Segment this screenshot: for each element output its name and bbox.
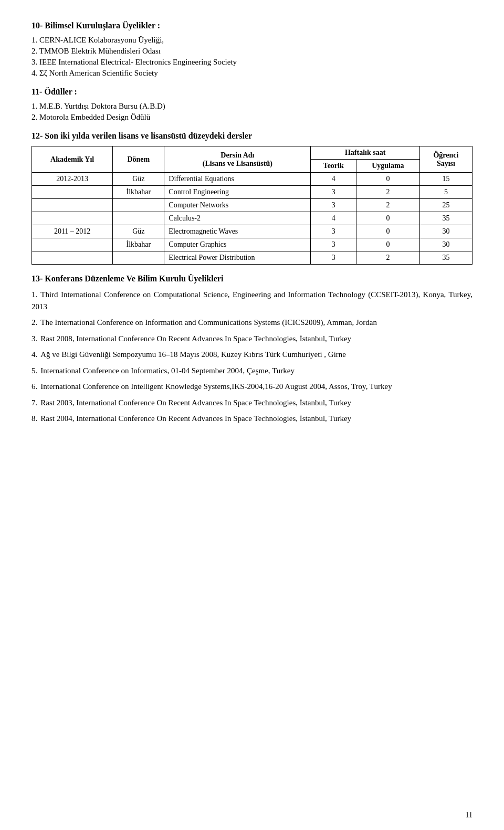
cell-year	[32, 238, 113, 251]
cell-uygulama: 0	[356, 173, 419, 186]
cell-teorik: 3	[311, 238, 356, 251]
conf-num: 5.	[32, 366, 37, 375]
list-item: 5.International Conference on Informatic…	[32, 365, 472, 377]
list-item: 4.Ağ ve Bilgi Güvenliği Sempozyumu 16–18…	[32, 349, 472, 361]
cell-donem: Güz	[113, 225, 164, 238]
page-number: 11	[466, 811, 472, 820]
cell-uygulama: 2	[356, 186, 419, 199]
cell-year: 2012-2013	[32, 173, 113, 186]
col-header-teorik: Teorik	[311, 160, 356, 173]
cell-donem	[113, 251, 164, 265]
conf-num: 1.	[32, 290, 37, 299]
cell-ders: Computer Graphics	[164, 238, 311, 251]
conf-num: 2.	[32, 318, 37, 327]
section-12: 12- Son iki yılda verilen lisans ve lisa…	[32, 131, 472, 265]
col-header-uygulama: Uygulama	[356, 160, 419, 173]
list-item: 7.Rast 2003, International Conference On…	[32, 397, 472, 409]
cell-donem: İlkbahar	[113, 238, 164, 251]
table-row: Calculus-24035	[32, 212, 472, 225]
cell-ogrenci: 30	[419, 238, 472, 251]
conf-num: 8.	[32, 414, 37, 423]
cell-year	[32, 186, 113, 199]
list-item: 2. TMMOB Elektrik Mühendisleri Odası	[32, 47, 472, 56]
cell-ogrenci: 15	[419, 173, 472, 186]
table-row: Computer Networks3225	[32, 199, 472, 212]
cell-donem: Güz	[113, 173, 164, 186]
col-header-ogrenci: ÖğrenciSayısı	[419, 146, 472, 173]
cell-ders: Control Engineering	[164, 186, 311, 199]
conf-text: Ağ ve Bilgi Güvenliği Sempozyumu 16–18 M…	[40, 350, 346, 359]
conf-text: Rast 2003, International Conference On R…	[40, 398, 351, 407]
list-item: 2. Motorola Embedded Design Ödülü	[32, 113, 472, 122]
conf-num: 4.	[32, 350, 37, 359]
cell-uygulama: 2	[356, 199, 419, 212]
cell-donem: İlkbahar	[113, 186, 164, 199]
cell-ders: Calculus-2	[164, 212, 311, 225]
cell-uygulama: 0	[356, 225, 419, 238]
table-row: 2011 – 2012GüzElectromagnetic Waves3030	[32, 225, 472, 238]
cell-ogrenci: 35	[419, 212, 472, 225]
cell-ogrenci: 35	[419, 251, 472, 265]
cell-teorik: 3	[311, 251, 356, 265]
section-11-list: 1. M.E.B. Yurtdışı Doktora Bursu (A.B.D)…	[32, 102, 472, 122]
cell-ders: Electrical Power Distribution	[164, 251, 311, 265]
section-13-title: 13- Konferans Düzenleme Ve Bilim Kurulu …	[32, 274, 472, 283]
cell-year	[32, 212, 113, 225]
cell-teorik: 3	[311, 225, 356, 238]
cell-donem	[113, 212, 164, 225]
col-header-donem: Dönem	[113, 146, 164, 173]
section-10: 10- Bilimsel Kuruluşlara Üyelikler : 1. …	[32, 21, 472, 78]
conf-num: 7.	[32, 398, 37, 407]
cell-teorik: 3	[311, 199, 356, 212]
conf-num: 3.	[32, 334, 37, 343]
cell-uygulama: 0	[356, 238, 419, 251]
section-13: 13- Konferans Düzenleme Ve Bilim Kurulu …	[32, 274, 472, 425]
cell-ogrenci: 5	[419, 186, 472, 199]
list-item: 1. M.E.B. Yurtdışı Doktora Bursu (A.B.D)	[32, 102, 472, 111]
cell-year	[32, 251, 113, 265]
list-item: 2.The International Conference on Inform…	[32, 317, 472, 329]
section-11: 11- Ödüller : 1. M.E.B. Yurtdışı Doktora…	[32, 87, 472, 122]
cell-teorik: 4	[311, 212, 356, 225]
section-10-title: 10- Bilimsel Kuruluşlara Üyelikler :	[32, 21, 472, 30]
list-item: 1. CERN-ALICE Kolaborasyonu Üyeliği,	[32, 36, 472, 45]
cell-ders: Differential Equations	[164, 173, 311, 186]
cell-teorik: 3	[311, 186, 356, 199]
cell-teorik: 4	[311, 173, 356, 186]
section-12-title: 12- Son iki yılda verilen lisans ve lisa…	[32, 131, 472, 141]
list-item: 1.Third International Conference on Comp…	[32, 289, 472, 312]
section-11-title: 11- Ödüller :	[32, 87, 472, 97]
cell-year: 2011 – 2012	[32, 225, 113, 238]
cell-ogrenci: 25	[419, 199, 472, 212]
list-item: 3.Rast 2008, International Conference On…	[32, 333, 472, 345]
cell-uygulama: 2	[356, 251, 419, 265]
table-row: Electrical Power Distribution3235	[32, 251, 472, 265]
conf-num: 6.	[32, 382, 37, 391]
col-header-year: Akademik Yıl	[32, 146, 113, 173]
list-item: 8.Rast 2004, International Conference On…	[32, 413, 472, 425]
cell-year	[32, 199, 113, 212]
cell-ders: Computer Networks	[164, 199, 311, 212]
list-item: 6.International Conference on Intelligen…	[32, 381, 472, 393]
col-header-haftalik: Haftalık saat	[311, 146, 419, 160]
table-row: 2012-2013GüzDifferential Equations4015	[32, 173, 472, 186]
conf-text: Rast 2004, International Conference On R…	[40, 414, 351, 423]
cell-ogrenci: 30	[419, 225, 472, 238]
list-item: 3. IEEE International Electrical- Electr…	[32, 58, 472, 67]
conference-list: 1.Third International Conference on Comp…	[32, 289, 472, 425]
conf-text: International Conference on Informatics,…	[40, 366, 295, 375]
conf-text: The International Conference on Informat…	[40, 318, 377, 327]
section-10-list: 1. CERN-ALICE Kolaborasyonu Üyeliği, 2. …	[32, 36, 472, 78]
conf-text: Rast 2008, International Conference On R…	[40, 334, 351, 343]
cell-uygulama: 0	[356, 212, 419, 225]
table-row: İlkbaharControl Engineering325	[32, 186, 472, 199]
cell-donem	[113, 199, 164, 212]
list-item: 4. Σζ North American Scientific Society	[32, 69, 472, 78]
table-row: İlkbaharComputer Graphics3030	[32, 238, 472, 251]
courses-table: Akademik Yıl Dönem Dersin Adı (Lisans ve…	[32, 146, 472, 265]
conf-text: Third International Conference on Comput…	[32, 290, 472, 311]
cell-ders: Electromagnetic Waves	[164, 225, 311, 238]
conf-text: International Conference on Intelligent …	[40, 382, 392, 391]
col-header-ders: Dersin Adı (Lisans ve Lisansüstü)	[164, 146, 311, 173]
